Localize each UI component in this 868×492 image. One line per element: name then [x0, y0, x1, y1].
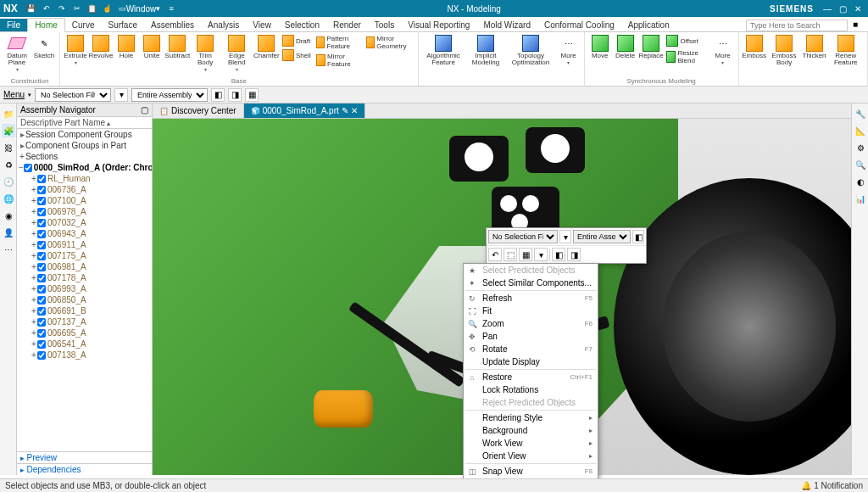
rail-reuse-icon[interactable]: ♻ — [2, 158, 15, 171]
mirror-geometry-button[interactable]: Mirror Geometry — [364, 34, 415, 51]
tree-part-node[interactable]: +006541_A — [17, 338, 152, 349]
root-checkbox[interactable] — [24, 164, 32, 172]
float-icon-5[interactable]: ◧ — [552, 248, 565, 261]
rrail-icon-2[interactable]: 📐 — [854, 124, 867, 137]
tab-mold-wizard[interactable]: Mold Wizard — [476, 19, 537, 31]
tab-conformal-cooling[interactable]: Conformal Cooling — [537, 19, 621, 31]
undo-icon[interactable]: ↶ — [40, 2, 53, 15]
window-menu[interactable]: ▭ Window ▾ — [116, 2, 164, 15]
tree-part-node[interactable]: +007175_A — [17, 250, 152, 261]
topology-optimization-button[interactable]: Topology Optimization — [506, 34, 554, 67]
tab-curve[interactable]: Curve — [65, 19, 102, 31]
tab-analysis[interactable]: Analysis — [201, 19, 246, 31]
more-button-2[interactable]: ⋯More▾ — [711, 34, 735, 66]
float-icon-3[interactable]: ▦ — [519, 248, 532, 261]
tree-part-node[interactable]: +006691_B — [17, 305, 152, 316]
copy-icon[interactable]: 📋 — [86, 2, 99, 15]
chamfer-button[interactable]: Chamfer — [254, 34, 279, 60]
ctx-restore[interactable]: ⌂RestoreCtrl+F1 — [464, 371, 598, 383]
resize-blend-button[interactable]: Resize Blend — [665, 48, 709, 65]
offset-button[interactable]: Offset — [665, 34, 709, 48]
toolbar-icon-1[interactable]: ◧ — [211, 88, 225, 102]
rail-browser-icon[interactable]: 🌐 — [2, 192, 15, 205]
tree-part-node[interactable]: +006978_A — [17, 206, 152, 217]
ctx-refresh[interactable]: ↻RefreshF5 — [464, 292, 598, 305]
tab-assemblies[interactable]: Assemblies — [144, 19, 201, 31]
pattern-feature-button[interactable]: Pattern Feature — [314, 34, 363, 51]
shell-button[interactable]: Shell — [281, 48, 313, 62]
tab-discovery-center[interactable]: 📋 Discovery Center — [153, 103, 244, 118]
ctx-snap-view[interactable]: ◫Snap ViewF8 — [464, 465, 598, 478]
toolbar-icon-3[interactable]: ▦ — [245, 88, 259, 102]
rail-assembly-navigator-icon[interactable]: 🧩 — [2, 124, 15, 137]
implicit-modeling-button[interactable]: Implicit Modeling — [467, 34, 505, 67]
more-button-1[interactable]: ⋯More▾ — [557, 34, 581, 66]
tree-part-node[interactable]: +006736_A — [17, 184, 152, 195]
tree-part-node[interactable]: +006695_A — [17, 327, 152, 338]
redo-icon[interactable]: ↷ — [55, 2, 69, 15]
subtract-button[interactable]: Subtract — [165, 34, 189, 60]
help-icon[interactable]: ■ — [853, 20, 865, 31]
tab-selection[interactable]: Selection — [278, 19, 326, 31]
rrail-icon-1[interactable]: 🔧 — [854, 107, 867, 120]
datum-plane-button[interactable]: Datum Plane▾ — [3, 34, 31, 73]
rail-history-icon[interactable]: 🕘 — [2, 175, 15, 188]
move-face-button[interactable]: Move — [588, 34, 612, 60]
navigator-close-icon[interactable]: ▢ — [141, 105, 148, 115]
thicken-button[interactable]: Thicken — [803, 34, 826, 60]
close-icon[interactable]: ✕ — [851, 2, 865, 15]
preview-section[interactable]: ▸ Preview — [17, 451, 152, 463]
float-icon-6[interactable]: ◨ — [567, 248, 581, 261]
tab-application[interactable]: Application — [621, 19, 676, 31]
tree-part-node[interactable]: +006911_A — [17, 239, 152, 250]
unite-button[interactable]: Unite — [140, 34, 164, 60]
renew-feature-button[interactable]: Renew Feature — [828, 34, 864, 67]
tab-home[interactable]: Home — [27, 18, 65, 32]
selection-scope-dropdown[interactable]: Entire Assembly — [131, 88, 208, 102]
tree-part-node[interactable]: +007138_A — [17, 349, 152, 361]
tab-close-icon[interactable]: ✕ — [351, 106, 358, 115]
float-scope-icon[interactable]: ◧ — [632, 230, 644, 243]
float-icon-2[interactable]: ⬚ — [504, 248, 517, 261]
ctx-select-similar-components-[interactable]: ✦Select Similar Components... — [464, 277, 598, 289]
selection-filter-dropdown[interactable]: No Selection Filter — [35, 88, 111, 102]
rail-hd3d-icon[interactable]: ◉ — [2, 209, 15, 222]
trim-body-button[interactable]: Trim Body▾ — [191, 34, 219, 73]
ctx-fit[interactable]: ⛶Fit — [464, 305, 598, 317]
emboss-button[interactable]: Emboss — [743, 34, 766, 60]
float-filter-options-icon[interactable]: ▾ — [559, 230, 571, 243]
rrail-icon-3[interactable]: ⚙ — [854, 141, 867, 154]
algorithmic-feature-button[interactable]: Algorithmic Feature — [422, 34, 465, 67]
tab-visual-reporting[interactable]: Visual Reporting — [401, 19, 476, 31]
filter-options-icon[interactable]: ▾ — [114, 88, 128, 102]
tree-part-node[interactable]: +006850_A — [17, 294, 152, 305]
tab-active-part[interactable]: 🧊 0000_SimRod_A.prt ✎ ✕ — [244, 103, 365, 118]
tree-part-node[interactable]: +007100_A — [17, 195, 152, 206]
revolve-button[interactable]: Revolve — [89, 34, 113, 60]
save-icon[interactable]: 💾 — [25, 2, 38, 15]
ctx-zoom[interactable]: 🔍ZoomF6 — [464, 317, 598, 330]
menu-button[interactable]: Menu — [3, 90, 25, 99]
minimize-icon[interactable]: — — [821, 2, 834, 15]
float-scope-dropdown[interactable]: Entire Assembly — [573, 230, 631, 243]
qat-overflow-icon[interactable]: ≡ — [164, 2, 178, 15]
edge-blend-button[interactable]: Edge Blend▾ — [221, 34, 253, 73]
tree-part-node[interactable]: +007178_A — [17, 272, 152, 283]
rail-more-icon[interactable]: ⋯ — [2, 243, 15, 256]
tree-part-node[interactable]: +006993_A — [17, 283, 152, 294]
search-input[interactable] — [746, 20, 848, 31]
mirror-feature-button[interactable]: Mirror Feature — [314, 52, 363, 69]
ctx-rendering-style[interactable]: Rendering Style▸ — [464, 411, 598, 424]
rrail-icon-4[interactable]: 🔍 — [854, 158, 867, 171]
tree-part-node[interactable]: +007032_A — [17, 217, 152, 228]
ctx-orient-view[interactable]: Orient View▸ — [464, 450, 598, 462]
rail-constraint-icon[interactable]: ⛓ — [2, 141, 15, 154]
touch-icon[interactable]: ☝ — [101, 2, 114, 15]
tab-surface[interactable]: Surface — [102, 19, 144, 31]
float-filter-dropdown[interactable]: No Selection Filter — [488, 230, 558, 243]
tab-view[interactable]: View — [246, 19, 278, 31]
float-icon-1[interactable]: ↶ — [488, 248, 502, 261]
replace-face-button[interactable]: Replace — [639, 34, 664, 60]
rail-part-navigator-icon[interactable]: 📁 — [2, 107, 15, 120]
extrude-button[interactable]: Extrude▾ — [64, 34, 87, 66]
